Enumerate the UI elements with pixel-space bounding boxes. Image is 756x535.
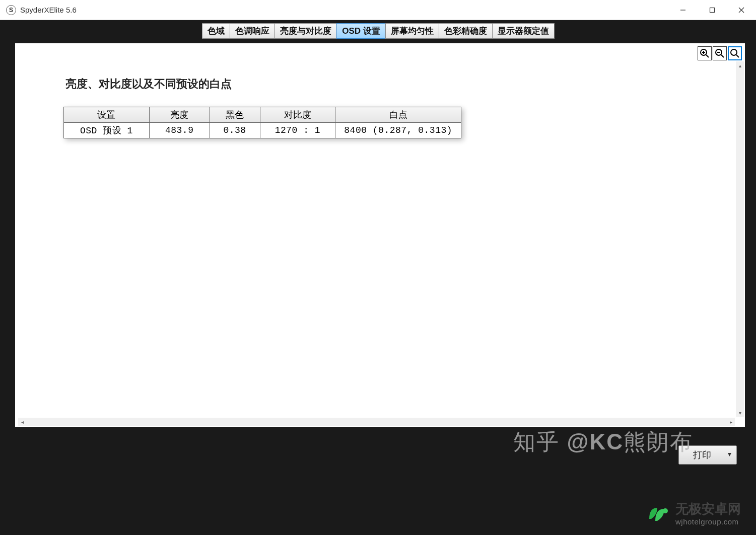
app-icon: S — [6, 5, 16, 15]
cell-black: 0.38 — [210, 123, 260, 138]
window-controls — [668, 0, 756, 20]
zoom-out-button[interactable] — [713, 46, 727, 60]
col-black: 黑色 — [210, 107, 260, 123]
tab-bar: 色域 色调响应 亮度与对比度 OSD 设置 屏幕均匀性 色彩精确度 显示器额定值 — [0, 20, 756, 39]
cell-whitepoint: 8400 (0.287, 0.313) — [335, 123, 461, 138]
table-row: OSD 预设 1 483.9 0.38 1270 : 1 8400 (0.287… — [64, 123, 461, 138]
zoom-toolbar — [698, 46, 742, 60]
app-body: 色域 色调响应 亮度与对比度 OSD 设置 屏幕均匀性 色彩精确度 显示器额定值 — [0, 20, 756, 535]
cell-contrast: 1270 : 1 — [260, 123, 335, 138]
zoom-fit-button[interactable] — [728, 46, 742, 60]
results-table: 设置 亮度 黑色 对比度 白点 OSD 预设 1 483.9 0.38 1270… — [63, 107, 461, 138]
svg-line-5 — [706, 55, 709, 57]
minimize-button[interactable] — [668, 0, 698, 20]
page-heading: 亮度、对比度以及不同预设的白点 — [63, 77, 690, 92]
tab-color-accuracy[interactable]: 色彩精确度 — [439, 23, 493, 39]
svg-line-12 — [736, 55, 739, 57]
maximize-button[interactable] — [698, 0, 727, 20]
cell-setting: OSD 预设 1 — [64, 123, 150, 138]
title-bar: S SpyderXElite 5.6 — [0, 0, 756, 20]
tab-osd-settings[interactable]: OSD 设置 — [336, 23, 386, 39]
tab-monitor-rating[interactable]: 显示器额定值 — [492, 23, 555, 39]
table-header-row: 设置 亮度 黑色 对比度 白点 — [64, 107, 461, 123]
horizontal-scrollbar[interactable]: ◂ ▸ — [18, 418, 735, 426]
brand-url: wjhotelgroup.com — [675, 517, 741, 526]
col-contrast: 对比度 — [260, 107, 335, 123]
svg-rect-1 — [710, 8, 715, 12]
svg-point-11 — [731, 49, 737, 55]
zhihu-watermark: 知乎 @KC熊朗布 — [513, 427, 693, 457]
brand-watermark: 无极安卓网 wjhotelgroup.com — [645, 501, 741, 527]
tab-uniformity[interactable]: 屏幕均匀性 — [385, 23, 439, 39]
tab-brightness-contrast[interactable]: 亮度与对比度 — [274, 23, 337, 39]
print-button[interactable]: 打印 ▾ — [678, 445, 737, 465]
vertical-scrollbar[interactable]: ▴ ▾ — [736, 61, 744, 417]
print-button-label: 打印 — [693, 450, 711, 460]
tab-tone-response[interactable]: 色调响应 — [230, 23, 275, 39]
chevron-down-icon: ▾ — [728, 450, 731, 458]
scroll-up-arrow-icon[interactable]: ▴ — [736, 61, 744, 69]
content-frame: 亮度、对比度以及不同预设的白点 设置 亮度 黑色 对比度 白点 OSD 预设 1… — [15, 43, 745, 427]
scroll-left-arrow-icon[interactable]: ◂ — [18, 418, 26, 426]
tab-gamut[interactable]: 色域 — [202, 23, 230, 39]
window-title: SpyderXElite 5.6 — [20, 6, 77, 14]
brand-name: 无极安卓网 — [675, 501, 741, 517]
brand-logo-icon — [645, 501, 671, 527]
cell-brightness: 483.9 — [149, 123, 210, 138]
svg-line-9 — [721, 55, 724, 57]
document-area: 亮度、对比度以及不同预设的白点 设置 亮度 黑色 对比度 白点 OSD 预设 1… — [18, 61, 735, 418]
svg-point-13 — [663, 508, 668, 513]
scroll-down-arrow-icon[interactable]: ▾ — [736, 409, 744, 417]
close-button[interactable] — [727, 0, 756, 20]
col-whitepoint: 白点 — [335, 107, 461, 123]
scroll-right-arrow-icon[interactable]: ▸ — [727, 418, 735, 426]
col-setting: 设置 — [64, 107, 150, 123]
zoom-in-button[interactable] — [698, 46, 712, 60]
col-brightness: 亮度 — [149, 107, 210, 123]
